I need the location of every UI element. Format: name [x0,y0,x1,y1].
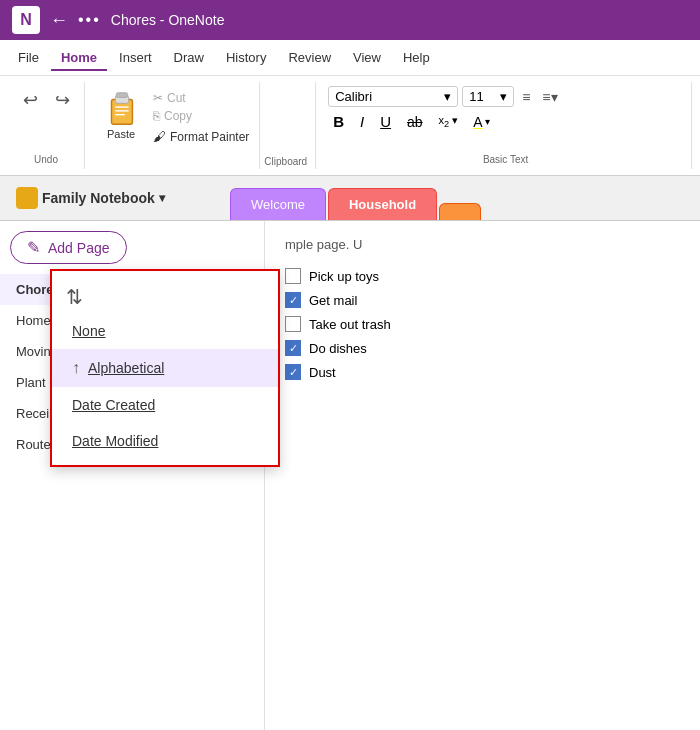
sort-none[interactable]: None [52,313,278,349]
copy-label: Copy [164,109,192,123]
basic-text-label: Basic Text [483,150,528,165]
sort-alphabetical-arrow-icon: ↑ [72,359,80,377]
clipboard-section: Paste ✂ Cut ⎘ Copy 🖌 Format Painter [89,82,260,169]
todo-text-2: Take out trash [309,317,391,332]
menu-file[interactable]: File [8,46,49,69]
notebook-name: Family Notebook [42,190,155,206]
menu-draw[interactable]: Draw [164,46,214,69]
todo-item-4: ✓ Dust [285,364,680,380]
format-painter-label: Format Painter [170,130,249,144]
checkbox-2[interactable] [285,316,301,332]
notebook-selector[interactable]: Family Notebook ▾ [8,183,173,213]
tab-extra[interactable] [439,203,481,220]
add-page-label: Add Page [48,240,110,256]
highlight-dropdown-arrow: ▾ [485,116,490,127]
todo-text-1: Get mail [309,293,357,308]
bold-button[interactable]: B [328,111,349,132]
add-page-button[interactable]: ✎ Add Page [10,231,127,264]
undo-label: Undo [34,150,58,165]
notebook-icon [16,187,38,209]
strikethrough-button[interactable]: ab [402,112,428,132]
notebook-dropdown-arrow: ▾ [159,191,165,205]
todo-text-3: Do dishes [309,341,367,356]
onenote-icon: N [12,6,40,34]
menu-bar: File Home Insert Draw History Review Vie… [0,40,700,76]
sort-date-modified[interactable]: Date Modified [52,423,278,459]
font-row: Calibri ▾ 11 ▾ ≡ ≡▾ [328,86,683,107]
menu-history[interactable]: History [216,46,276,69]
back-button[interactable]: ← [50,10,68,31]
size-dropdown-arrow: ▾ [500,89,507,104]
sort-alphabetical-label: Alphabetical [88,360,164,376]
todo-item-2: Take out trash [285,316,680,332]
todo-text-0: Pick up toys [309,269,379,284]
font-size: 11 [469,89,483,104]
font-dropdown[interactable]: Calibri ▾ [328,86,458,107]
checkbox-3[interactable]: ✓ [285,340,301,356]
sort-date-created-label: Date Created [72,397,155,413]
cut-label: Cut [167,91,186,105]
italic-button[interactable]: I [355,111,369,132]
menu-review[interactable]: Review [278,46,341,69]
menu-insert[interactable]: Insert [109,46,162,69]
paste-icon [103,88,139,128]
paste-label: Paste [107,128,135,140]
list-button2[interactable]: ≡▾ [538,87,561,107]
undo-button[interactable]: ↩ [16,86,44,114]
sidebar: ✎ Add Page Chores Home Maintenance Movin… [0,221,265,730]
checkbox-0[interactable] [285,268,301,284]
window-title: Chores - OneNote [111,12,688,28]
redo-button[interactable]: ↪ [48,86,76,114]
sort-date-modified-label: Date Modified [72,433,158,449]
format-section: Calibri ▾ 11 ▾ ≡ ≡▾ B I U ab x2 ▾ A ▾ Ba… [320,82,692,169]
sort-date-created[interactable]: Date Created [52,387,278,423]
font-dropdown-arrow: ▾ [444,89,451,104]
ribbon: ↩ ↪ Undo Paste ✂ Cut ⎘ Copy [0,76,700,176]
tab-welcome[interactable]: Welcome [230,188,326,220]
sort-popup: ⇅ None ↑ Alphabetical Date Created Date … [50,269,280,467]
menu-view[interactable]: View [343,46,391,69]
add-page-icon: ✎ [27,238,40,257]
checkbox-4[interactable]: ✓ [285,364,301,380]
page-intro-text: mple page. U [285,237,680,252]
clipboard-sub: ✂ Cut ⎘ Copy 🖌 Format Painter [151,86,251,145]
clipboard-label: Clipboard [264,152,307,167]
list-button[interactable]: ≡ [518,87,534,107]
page-content: mple page. U Pick up toys ✓ Get mail Tak… [265,221,700,730]
menu-help[interactable]: Help [393,46,440,69]
sort-header: ⇅ [52,277,278,313]
todo-item-0: Pick up toys [285,268,680,284]
title-bar: N ← ••• Chores - OneNote [0,0,700,40]
copy-item[interactable]: ⎘ Copy [151,108,251,124]
highlight-button[interactable]: A ▾ [469,112,493,132]
checkbox-1[interactable]: ✓ [285,292,301,308]
undo-section: ↩ ↪ Undo [8,82,85,169]
sort-alphabetical[interactable]: ↑ Alphabetical [52,349,278,387]
cut-item[interactable]: ✂ Cut [151,90,251,106]
tab-household[interactable]: Household [328,188,437,220]
main-content: ✎ Add Page Chores Home Maintenance Movin… [0,221,700,730]
todo-item-3: ✓ Do dishes [285,340,680,356]
more-options-button[interactable]: ••• [78,11,101,29]
menu-home[interactable]: Home [51,46,107,69]
todo-text-4: Dust [309,365,336,380]
text-format-row: B I U ab x2 ▾ A ▾ [328,111,683,132]
paste-button[interactable]: Paste [97,86,145,142]
svg-rect-2 [116,93,127,98]
font-size-dropdown[interactable]: 11 ▾ [462,86,514,107]
font-name: Calibri [335,89,372,104]
format-painter-icon: 🖌 [153,129,166,144]
subscript-button[interactable]: x2 ▾ [434,112,464,131]
sort-none-label: None [72,323,105,339]
sort-header-icon: ⇅ [66,285,83,309]
highlight-a: A [473,114,482,130]
todo-item-1: ✓ Get mail [285,292,680,308]
cut-icon: ✂ [153,91,163,105]
copy-icon: ⎘ [153,109,160,123]
format-painter-item[interactable]: 🖌 Format Painter [151,128,251,145]
underline-button[interactable]: U [375,111,396,132]
